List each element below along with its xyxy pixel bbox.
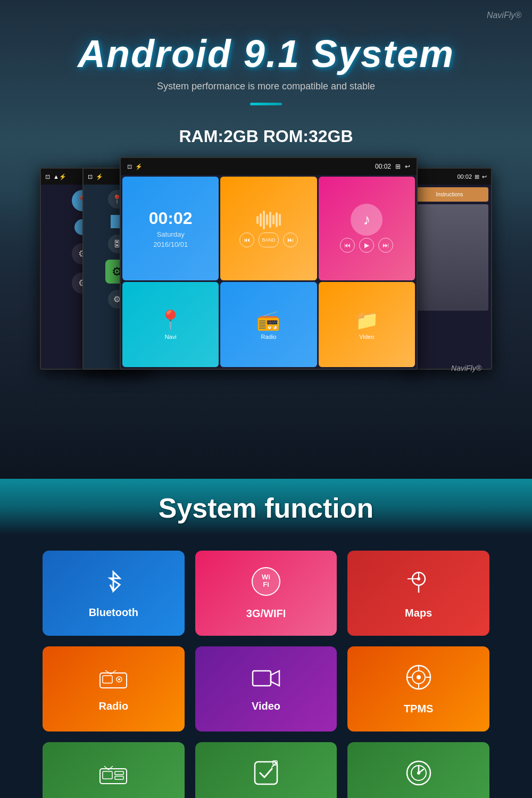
- wifi-tile[interactable]: Wi Fi 3G/WIFI: [195, 551, 337, 636]
- wifi-icon: Wi Fi: [251, 567, 281, 602]
- waveform: [256, 209, 281, 230]
- svg-point-31: [417, 771, 420, 775]
- radio-func-tile[interactable]: Radio: [43, 646, 185, 732]
- music-controls: ⏮ ▶ ⏭: [340, 238, 393, 253]
- right-content-area: [411, 204, 488, 311]
- clock-tile[interactable]: 00:02 Saturday 2016/10/01: [122, 177, 219, 280]
- svg-rect-8: [103, 676, 112, 683]
- music-tile[interactable]: ♪ ⏮ ▶ ⏭: [319, 177, 415, 280]
- wifi-label: 3G/WIFI: [246, 608, 286, 620]
- radio-func-label: Radio: [99, 700, 129, 712]
- radio-tile[interactable]: ⏮ BAND ⏭: [220, 177, 317, 280]
- clock-day: Saturday: [157, 230, 185, 238]
- band-btn[interactable]: BAND: [259, 232, 279, 247]
- maps-label: Maps: [405, 607, 432, 619]
- top-section: NaviFly® Android 9.1 System System perfo…: [0, 0, 532, 479]
- maps-icon: [404, 567, 433, 602]
- radio-func-icon: [99, 666, 128, 695]
- time-display: 00:02: [375, 163, 391, 170]
- instructions-tile: Instructions: [411, 187, 488, 202]
- status-right: 00:02 ⊞ ↩: [375, 163, 410, 170]
- dvr-icon: [404, 759, 433, 793]
- bluetooth-icon: [99, 568, 127, 601]
- video-icon: 📁: [355, 309, 379, 331]
- radio2-label: Radio: [261, 334, 277, 340]
- android-title-block: Android 9.1 System System performance is…: [78, 32, 454, 92]
- bottom-section: Bluetooth Wi Fi 3G/WIFI: [0, 535, 532, 798]
- device-showcase: ⊡ ▲⚡ 📍 ⚙ ⚙ ⊡ ⚡ 📍 🎛: [0, 157, 532, 396]
- main-status-bar: ⊡ ⚡ 00:02 ⊞ ↩: [121, 158, 417, 175]
- screen-main: ⊡ ⚡ 00:02 ⊞ ↩ 00:02 Saturday 2016/10/01: [120, 157, 418, 370]
- video-tile[interactable]: 📁 Video: [319, 282, 415, 368]
- svg-text:Wi: Wi: [262, 573, 270, 581]
- navi-tile[interactable]: 📍 Navi: [122, 282, 219, 368]
- tpms-label: TPMS: [404, 703, 434, 715]
- video-label: Video: [359, 334, 374, 340]
- divider: [250, 103, 282, 105]
- video-func-label: Video: [252, 700, 280, 712]
- main-title: Android 9.1 System: [78, 32, 454, 76]
- tpms-tile[interactable]: TPMS: [347, 646, 489, 732]
- navifly-watermark: NaviFly®: [451, 364, 481, 372]
- easyconn-icon: [252, 759, 280, 793]
- music-icon: ♪: [351, 204, 383, 236]
- svg-rect-7: [100, 673, 127, 688]
- bluetooth-label: Bluetooth: [89, 606, 138, 619]
- radio-controls: ⏮ BAND ⏭: [239, 232, 298, 247]
- svg-point-16: [417, 675, 421, 679]
- main-subtitle: System performance is more compatible an…: [78, 81, 454, 92]
- radio2-tile[interactable]: 📻 Radio: [220, 282, 317, 368]
- screen-stack: ⊡ ▲⚡ 📍 ⚙ ⚙ ⊡ ⚡ 📍 🎛: [40, 157, 492, 380]
- svg-point-12: [118, 678, 120, 680]
- easyconn-tile[interactable]: EasyConn...: [195, 742, 337, 798]
- dab-label: DAB+: [99, 796, 128, 798]
- dvr-tile[interactable]: DVR: [347, 742, 489, 798]
- clock-full-date: 2016/10/01: [153, 240, 188, 248]
- navi-icon: 📍: [159, 309, 182, 331]
- function-grid: Bluetooth Wi Fi 3G/WIFI: [43, 551, 489, 798]
- music-prev[interactable]: ⏮: [340, 238, 355, 253]
- spec-label: RAM:2GB ROM:32GB: [179, 127, 353, 146]
- status-bar-right: 00:02 ⊞ ↩: [408, 169, 491, 185]
- video-func-icon: [252, 666, 280, 695]
- dab-tile[interactable]: DAB+: [43, 742, 185, 798]
- bluetooth-tile[interactable]: Bluetooth: [43, 551, 185, 636]
- brand-watermark-top: NaviFly®: [487, 11, 521, 20]
- music-next[interactable]: ⏭: [378, 238, 393, 253]
- video-func-tile[interactable]: Video: [195, 646, 337, 732]
- app-grid: 00:02 Saturday 2016/10/01: [121, 175, 417, 369]
- music-play[interactable]: ▶: [359, 238, 374, 253]
- section-title: System function: [0, 492, 532, 524]
- next-btn[interactable]: ⏭: [283, 232, 298, 247]
- clock-time: 00:02: [149, 209, 193, 228]
- svg-rect-13: [253, 671, 271, 686]
- svg-rect-23: [115, 771, 123, 775]
- prev-btn[interactable]: ⏮: [239, 232, 254, 247]
- svg-rect-22: [103, 771, 112, 779]
- screen-right: 00:02 ⊞ ↩ Instructions: [407, 168, 492, 370]
- dab-icon: [99, 761, 128, 791]
- svg-rect-24: [115, 776, 123, 779]
- middle-section: System function: [0, 479, 532, 535]
- maps-tile[interactable]: Maps: [347, 551, 489, 636]
- radio2-icon: 📻: [256, 309, 280, 331]
- svg-text:Fi: Fi: [263, 580, 269, 588]
- svg-point-6: [417, 577, 420, 580]
- tpms-icon: [404, 663, 433, 697]
- navi-label: Navi: [165, 334, 177, 340]
